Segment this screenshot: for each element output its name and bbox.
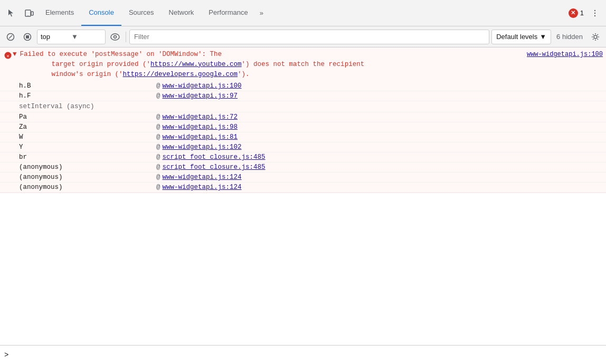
error-message-text: Failed to execute 'postMessage' on 'DOMW… [20, 50, 525, 79]
log-levels-selector[interactable]: Default levels ▼ [491, 30, 551, 44]
stop-messages-btn[interactable] [20, 30, 35, 44]
stack-func-label: W [19, 133, 156, 141]
svg-point-2 [27, 15, 29, 16]
stack-row: (anonymous) @ www-widgetapi.js:124 [0, 173, 606, 183]
hidden-count-badge: 6 hidden [553, 33, 586, 41]
error-google-link[interactable]: https://developers.google.com [123, 71, 238, 78]
console-settings-btn[interactable] [588, 30, 603, 44]
devtools-top-nav: Elements Console Sources Network Perform… [0, 0, 606, 26]
error-block: ✕ ▼ Failed to execute 'postMessage' on '… [0, 47, 606, 193]
stack-func-label: h.F [19, 92, 156, 100]
tab-performance[interactable]: Performance [201, 0, 255, 26]
stack-row: h.F @ www-widgetapi.js:97 [0, 91, 606, 101]
stack-func-label: br [19, 154, 156, 161]
stack-async-label: setInterval (async) [0, 101, 606, 112]
stack-row: Pa @ www-widgetapi.js:72 [0, 112, 606, 122]
svg-rect-1 [31, 12, 33, 15]
cursor-icon-btn[interactable] [2, 4, 20, 22]
svg-point-11 [114, 35, 117, 38]
stack-link[interactable]: script_foot_closure.js:485 [163, 164, 266, 171]
tab-console[interactable]: Console [81, 0, 121, 26]
error-circle-icon-main: ✕ [3, 51, 13, 60]
svg-text:✕: ✕ [6, 54, 9, 59]
stack-func-label: Y [19, 143, 156, 151]
svg-point-3 [594, 9, 595, 11]
stack-row: W @ www-widgetapi.js:81 [0, 132, 606, 142]
console-prompt-input[interactable] [11, 351, 602, 359]
svg-point-5 [594, 15, 595, 16]
console-toolbar: top ▼ Default levels ▼ 6 hidden [0, 26, 606, 47]
tab-network[interactable]: Network [162, 0, 202, 26]
devtools-menu-btn[interactable] [586, 4, 604, 22]
stack-link[interactable]: www-widgetapi.js:98 [163, 123, 238, 131]
stack-link[interactable]: www-widgetapi.js:124 [163, 174, 242, 181]
svg-point-12 [594, 35, 597, 39]
stack-row: Za @ www-widgetapi.js:98 [0, 122, 606, 132]
stack-func-label: h.B [19, 82, 156, 90]
context-arrow-icon: ▼ [71, 33, 102, 41]
svg-rect-9 [26, 35, 29, 39]
svg-line-7 [9, 35, 12, 39]
context-selector[interactable]: top ▼ [37, 30, 106, 44]
prompt-caret: > [4, 351, 8, 359]
error-expand-toggle[interactable]: ▼ [13, 51, 18, 58]
error-icon-col: ✕ ▼ [3, 50, 18, 60]
device-toolbar-btn[interactable] [20, 4, 38, 22]
error-main-source-link[interactable]: www-widgetapi.js:100 [527, 50, 603, 58]
error-badge[interactable]: ✕ 1 [569, 8, 584, 18]
stack-link[interactable]: script_foot_closure.js:485 [163, 154, 266, 161]
stack-link[interactable]: www-widgetapi.js:100 [163, 82, 242, 90]
error-x-label: ✕ [571, 9, 575, 16]
stack-row: br @ script_foot_closure.js:485 [0, 152, 606, 162]
stack-func-label: (anonymous) [19, 174, 156, 181]
stack-func-label: (anonymous) [19, 184, 156, 191]
stack-row: Y @ www-widgetapi.js:102 [0, 142, 606, 152]
stack-func-label: (anonymous) [19, 164, 156, 171]
error-youtube-link[interactable]: https://www.youtube.com [150, 61, 242, 68]
stack-link[interactable]: www-widgetapi.js:72 [163, 113, 238, 121]
filter-input[interactable] [129, 30, 489, 44]
levels-arrow-icon: ▼ [539, 33, 546, 41]
tab-sources[interactable]: Sources [121, 0, 162, 26]
stack-row: (anonymous) @ www-widgetapi.js:124 [0, 183, 606, 193]
svg-point-10 [111, 34, 119, 40]
live-expressions-btn[interactable] [108, 30, 122, 44]
more-tabs-btn[interactable]: » [255, 0, 268, 26]
toolbar-divider [126, 32, 126, 42]
error-main-row: ✕ ▼ Failed to execute 'postMessage' on '… [0, 47, 606, 81]
clear-console-btn[interactable] [3, 30, 18, 44]
error-circle-icon: ✕ [569, 8, 578, 18]
stack-row: (anonymous) @ script_foot_closure.js:485 [0, 162, 606, 173]
stack-row: h.B @ www-widgetapi.js:100 [0, 81, 606, 91]
stack-link[interactable]: www-widgetapi.js:97 [163, 92, 238, 100]
tab-elements[interactable]: Elements [38, 0, 81, 26]
console-prompt-bar[interactable]: > [0, 345, 606, 364]
stack-link[interactable]: www-widgetapi.js:81 [163, 133, 238, 141]
svg-point-4 [594, 12, 595, 13]
stack-link[interactable]: www-widgetapi.js:124 [163, 184, 242, 191]
console-content: ✕ ▼ Failed to execute 'postMessage' on '… [0, 47, 606, 345]
nav-tabs: Elements Console Sources Network Perform… [38, 0, 564, 26]
stack-link[interactable]: www-widgetapi.js:102 [163, 143, 242, 151]
error-count-label: 1 [580, 9, 584, 17]
stack-func-label: Pa [19, 113, 156, 121]
stack-func-label: Za [19, 123, 156, 131]
